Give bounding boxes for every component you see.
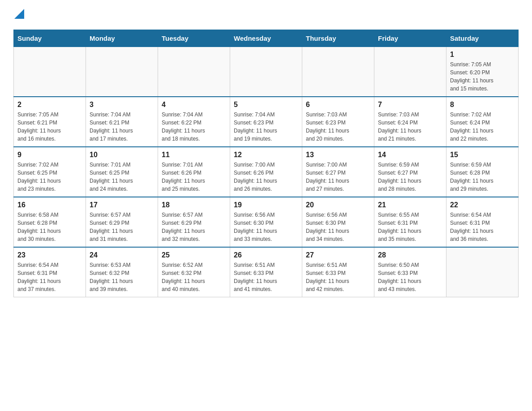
day-info: Sunrise: 6:57 AM Sunset: 6:29 PM Dayligh… [90, 211, 154, 243]
day-number: 25 [162, 251, 226, 259]
svg-marker-0 [14, 9, 24, 19]
weekday-header-friday: Friday [374, 30, 446, 47]
calendar-cell: 20Sunrise: 6:56 AM Sunset: 6:30 PM Dayli… [302, 197, 374, 247]
day-number: 24 [90, 251, 154, 259]
day-number: 20 [306, 201, 370, 209]
calendar-cell: 8Sunrise: 7:02 AM Sunset: 6:24 PM Daylig… [446, 97, 519, 147]
day-info: Sunrise: 7:03 AM Sunset: 6:24 PM Dayligh… [378, 111, 442, 143]
calendar-cell: 1Sunrise: 7:05 AM Sunset: 6:20 PM Daylig… [446, 47, 519, 97]
calendar-cell [158, 47, 230, 97]
day-number: 3 [90, 101, 154, 109]
calendar-cell: 12Sunrise: 7:00 AM Sunset: 6:26 PM Dayli… [230, 147, 302, 197]
day-info: Sunrise: 6:59 AM Sunset: 6:28 PM Dayligh… [450, 161, 515, 193]
day-number: 23 [17, 251, 82, 259]
calendar-cell: 4Sunrise: 7:04 AM Sunset: 6:22 PM Daylig… [158, 97, 230, 147]
calendar-week-row: 23Sunrise: 6:54 AM Sunset: 6:31 PM Dayli… [14, 247, 519, 297]
calendar-table: SundayMondayTuesdayWednesdayThursdayFrid… [13, 30, 519, 297]
day-info: Sunrise: 6:54 AM Sunset: 6:31 PM Dayligh… [450, 211, 515, 243]
weekday-header-tuesday: Tuesday [158, 30, 230, 47]
calendar-header-row: SundayMondayTuesdayWednesdayThursdayFrid… [14, 30, 519, 47]
day-info: Sunrise: 7:02 AM Sunset: 6:25 PM Dayligh… [17, 161, 82, 193]
day-info: Sunrise: 6:56 AM Sunset: 6:30 PM Dayligh… [234, 211, 298, 243]
day-number: 16 [17, 201, 82, 209]
calendar-cell: 11Sunrise: 7:01 AM Sunset: 6:26 PM Dayli… [158, 147, 230, 197]
weekday-header-saturday: Saturday [446, 30, 519, 47]
day-number: 26 [234, 251, 298, 259]
calendar-week-row: 9Sunrise: 7:02 AM Sunset: 6:25 PM Daylig… [14, 147, 519, 197]
calendar-cell: 2Sunrise: 7:05 AM Sunset: 6:21 PM Daylig… [14, 97, 86, 147]
day-number: 9 [17, 151, 82, 159]
day-info: Sunrise: 6:51 AM Sunset: 6:33 PM Dayligh… [306, 261, 370, 293]
calendar-cell [446, 247, 519, 297]
day-info: Sunrise: 6:50 AM Sunset: 6:33 PM Dayligh… [378, 261, 442, 293]
calendar-cell: 28Sunrise: 6:50 AM Sunset: 6:33 PM Dayli… [374, 247, 446, 297]
calendar-cell [230, 47, 302, 97]
day-info: Sunrise: 6:55 AM Sunset: 6:31 PM Dayligh… [378, 211, 442, 243]
calendar-cell: 26Sunrise: 6:51 AM Sunset: 6:33 PM Dayli… [230, 247, 302, 297]
day-number: 2 [17, 101, 82, 109]
day-number: 28 [378, 251, 442, 259]
day-info: Sunrise: 6:58 AM Sunset: 6:28 PM Dayligh… [17, 211, 82, 243]
day-number: 14 [378, 151, 442, 159]
day-info: Sunrise: 7:00 AM Sunset: 6:27 PM Dayligh… [306, 161, 370, 193]
day-info: Sunrise: 6:54 AM Sunset: 6:31 PM Dayligh… [17, 261, 82, 293]
calendar-cell: 21Sunrise: 6:55 AM Sunset: 6:31 PM Dayli… [374, 197, 446, 247]
calendar-cell [86, 47, 158, 97]
day-info: Sunrise: 7:03 AM Sunset: 6:23 PM Dayligh… [306, 111, 370, 143]
day-info: Sunrise: 7:05 AM Sunset: 6:20 PM Dayligh… [450, 60, 515, 93]
calendar-cell: 14Sunrise: 6:59 AM Sunset: 6:27 PM Dayli… [374, 147, 446, 197]
page-header [13, 9, 519, 21]
calendar-cell: 7Sunrise: 7:03 AM Sunset: 6:24 PM Daylig… [374, 97, 446, 147]
day-number: 6 [306, 101, 370, 109]
calendar-cell: 23Sunrise: 6:54 AM Sunset: 6:31 PM Dayli… [14, 247, 86, 297]
day-number: 11 [162, 151, 226, 159]
calendar-cell [374, 47, 446, 97]
calendar-cell: 5Sunrise: 7:04 AM Sunset: 6:23 PM Daylig… [230, 97, 302, 147]
calendar-cell [14, 47, 86, 97]
calendar-week-row: 1Sunrise: 7:05 AM Sunset: 6:20 PM Daylig… [14, 47, 519, 97]
day-number: 21 [378, 201, 442, 209]
day-info: Sunrise: 6:52 AM Sunset: 6:32 PM Dayligh… [162, 261, 226, 293]
weekday-header-sunday: Sunday [14, 30, 86, 47]
calendar-cell: 10Sunrise: 7:01 AM Sunset: 6:25 PM Dayli… [86, 147, 158, 197]
day-info: Sunrise: 7:01 AM Sunset: 6:26 PM Dayligh… [162, 161, 226, 193]
day-info: Sunrise: 6:53 AM Sunset: 6:32 PM Dayligh… [90, 261, 154, 293]
logo-triangle-icon [14, 9, 24, 19]
day-number: 18 [162, 201, 226, 209]
calendar-cell: 3Sunrise: 7:04 AM Sunset: 6:21 PM Daylig… [86, 97, 158, 147]
weekday-header-monday: Monday [86, 30, 158, 47]
day-info: Sunrise: 7:01 AM Sunset: 6:25 PM Dayligh… [90, 161, 154, 193]
calendar-week-row: 16Sunrise: 6:58 AM Sunset: 6:28 PM Dayli… [14, 197, 519, 247]
day-number: 19 [234, 201, 298, 209]
day-info: Sunrise: 7:04 AM Sunset: 6:22 PM Dayligh… [162, 111, 226, 143]
day-info: Sunrise: 6:57 AM Sunset: 6:29 PM Dayligh… [162, 211, 226, 243]
day-number: 10 [90, 151, 154, 159]
calendar-cell: 22Sunrise: 6:54 AM Sunset: 6:31 PM Dayli… [446, 197, 519, 247]
day-number: 12 [234, 151, 298, 159]
day-info: Sunrise: 6:56 AM Sunset: 6:30 PM Dayligh… [306, 211, 370, 243]
day-info: Sunrise: 7:04 AM Sunset: 6:21 PM Dayligh… [90, 111, 154, 143]
day-number: 5 [234, 101, 298, 109]
day-number: 15 [450, 151, 515, 159]
calendar-cell: 24Sunrise: 6:53 AM Sunset: 6:32 PM Dayli… [86, 247, 158, 297]
day-number: 1 [450, 51, 515, 59]
calendar-cell: 6Sunrise: 7:03 AM Sunset: 6:23 PM Daylig… [302, 97, 374, 147]
calendar-cell: 19Sunrise: 6:56 AM Sunset: 6:30 PM Dayli… [230, 197, 302, 247]
weekday-header-wednesday: Wednesday [230, 30, 302, 47]
calendar-cell: 17Sunrise: 6:57 AM Sunset: 6:29 PM Dayli… [86, 197, 158, 247]
day-info: Sunrise: 7:02 AM Sunset: 6:24 PM Dayligh… [450, 111, 515, 143]
calendar-cell: 16Sunrise: 6:58 AM Sunset: 6:28 PM Dayli… [14, 197, 86, 247]
calendar-cell: 18Sunrise: 6:57 AM Sunset: 6:29 PM Dayli… [158, 197, 230, 247]
calendar-cell: 25Sunrise: 6:52 AM Sunset: 6:32 PM Dayli… [158, 247, 230, 297]
day-number: 4 [162, 101, 226, 109]
day-number: 8 [450, 101, 515, 109]
day-number: 17 [90, 201, 154, 209]
day-number: 7 [378, 101, 442, 109]
logo [13, 9, 24, 21]
calendar-cell [302, 47, 374, 97]
day-info: Sunrise: 7:04 AM Sunset: 6:23 PM Dayligh… [234, 111, 298, 143]
day-number: 22 [450, 201, 515, 209]
calendar-cell: 15Sunrise: 6:59 AM Sunset: 6:28 PM Dayli… [446, 147, 519, 197]
calendar-cell: 13Sunrise: 7:00 AM Sunset: 6:27 PM Dayli… [302, 147, 374, 197]
day-info: Sunrise: 6:51 AM Sunset: 6:33 PM Dayligh… [234, 261, 298, 293]
